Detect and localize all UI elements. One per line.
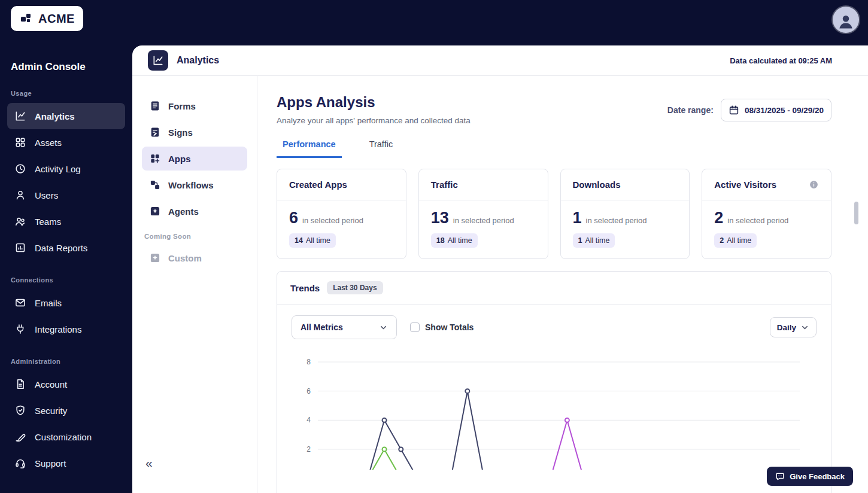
navy-line-point	[465, 389, 469, 393]
purple-line	[318, 420, 800, 470]
sidebar-item-teams[interactable]: Teams	[7, 208, 125, 235]
sidebar-item-label: Teams	[35, 217, 61, 227]
user-icon	[14, 189, 26, 201]
trends-card: Trends Last 30 Days All Metrics Show Tot…	[277, 271, 831, 493]
scrollbar-thumb[interactable]	[854, 202, 858, 224]
svg-text:4: 4	[306, 416, 311, 424]
module-title: Analytics	[177, 55, 219, 66]
sidebar: Admin Console UsageAnalyticsAssetsActivi…	[0, 45, 132, 493]
stat-value: 6	[289, 210, 298, 226]
subnav-item-apps[interactable]: Apps	[142, 147, 247, 171]
stat-card-header: Active Visitors	[702, 169, 831, 200]
data-calculated-status: Data calculated at 09:25 AM	[730, 56, 832, 65]
stat-period-label: in selected period	[302, 216, 363, 225]
sidebar-item-activity-log[interactable]: Activity Log	[7, 156, 125, 182]
svg-text:6: 6	[306, 387, 311, 395]
tab-traffic[interactable]: Traffic	[363, 139, 399, 158]
all-time-badge: 18All time	[431, 233, 478, 248]
sidebar-item-label: Activity Log	[35, 164, 81, 174]
sidebar-item-label: Customization	[35, 432, 92, 442]
signs-icon	[149, 126, 161, 138]
sidebar-section-label: Usage	[11, 90, 122, 97]
green-line	[318, 449, 800, 470]
all-time-badge: 14All time	[289, 233, 336, 248]
interval-select[interactable]: Daily	[770, 317, 817, 337]
show-totals-toggle[interactable]: Show Totals	[410, 322, 474, 332]
sidebar-section-label: Connections	[11, 276, 122, 284]
sidebar-item-label: Analytics	[35, 111, 75, 121]
svg-text:8: 8	[306, 358, 311, 366]
show-totals-label: Show Totals	[425, 322, 474, 332]
collapse-subnav-button[interactable]: «	[145, 457, 153, 469]
subnav-item-workflows[interactable]: Workflows	[142, 173, 247, 197]
main-body: FormsSignsAppsWorkflowsAgents Coming Soo…	[132, 76, 868, 493]
subnav-item-agents[interactable]: Agents	[142, 199, 247, 223]
acme-logo-mark-icon	[19, 11, 34, 26]
page-head: Apps Analysis Analyze your all apps' per…	[277, 94, 831, 125]
subnav-item-signs[interactable]: Signs	[142, 120, 247, 144]
date-range-picker[interactable]: 08/31/2025 - 09/29/20	[721, 99, 831, 121]
assets-grid-icon	[14, 136, 26, 148]
subnav-items: FormsSignsAppsWorkflowsAgents	[142, 94, 247, 223]
workflows-icon	[149, 179, 161, 191]
sidebar-item-integrations[interactable]: Integrations	[7, 316, 125, 342]
sidebar-item-label: Emails	[35, 298, 62, 308]
sidebar-section-label: Administration	[11, 358, 122, 365]
stat-card-title: Active Visitors	[714, 179, 776, 190]
stat-card-downloads: Downloads1in selected period1All time	[560, 169, 690, 259]
stat-card-traffic: Traffic13in selected period18All time	[418, 169, 548, 259]
stat-card-header: Created Apps	[277, 169, 406, 200]
subnav-coming-soon-items: Custom	[142, 246, 247, 270]
agents-icon	[149, 205, 161, 217]
sidebar-item-support[interactable]: Support	[7, 450, 125, 476]
stat-card-title: Created Apps	[289, 179, 347, 190]
metrics-select[interactable]: All Metrics	[292, 315, 397, 339]
metrics-select-value: All Metrics	[301, 322, 343, 332]
stat-value: 1	[573, 210, 582, 226]
sidebar-item-label: Data Reports	[35, 243, 87, 253]
sidebar-item-users[interactable]: Users	[7, 182, 125, 208]
tab-performance[interactable]: Performance	[277, 139, 342, 158]
subnav-item-label: Forms	[168, 101, 196, 111]
sidebar-item-emails[interactable]: Emails	[7, 290, 125, 316]
plug-icon	[14, 323, 26, 335]
analytics-subnav: FormsSignsAppsWorkflowsAgents Coming Soo…	[132, 76, 257, 493]
sidebar-item-data-reports[interactable]: Data Reports	[7, 235, 125, 261]
analytics-module-icon	[148, 50, 168, 71]
give-feedback-button[interactable]: Give Feedback	[767, 467, 853, 486]
navy-line-point	[399, 447, 403, 451]
sidebar-item-customization[interactable]: Customization	[7, 424, 125, 450]
date-range-value: 08/31/2025 - 09/29/20	[745, 106, 824, 115]
all-time-value: 14	[295, 236, 303, 245]
all-time-label: All time	[448, 236, 472, 245]
teams-icon	[14, 215, 26, 227]
date-range: Date range: 08/31/2025 - 09/29/20	[667, 99, 831, 121]
apps-grid-icon	[149, 153, 161, 165]
sidebar-item-security[interactable]: Security	[7, 397, 125, 424]
sidebar-sections: UsageAnalyticsAssetsActivity LogUsersTea…	[7, 90, 125, 476]
sidebar-item-analytics[interactable]: Analytics	[7, 103, 125, 129]
sidebar-item-assets[interactable]: Assets	[7, 129, 125, 156]
sidebar-item-account[interactable]: Account	[7, 371, 125, 397]
all-time-label: All time	[585, 236, 609, 245]
all-time-value: 1	[578, 236, 582, 245]
info-icon[interactable]	[809, 179, 819, 190]
svg-text:2: 2	[306, 445, 311, 454]
green-line-point	[383, 447, 387, 451]
all-time-badge: 2All time	[714, 233, 757, 248]
sidebar-item-label: Security	[35, 406, 67, 416]
stat-value: 2	[714, 210, 723, 226]
acme-logo[interactable]: ACME	[11, 6, 83, 31]
stat-period-label: in selected period	[586, 216, 647, 225]
stat-card-created-apps: Created Apps6in selected period14All tim…	[277, 169, 406, 259]
navy-line-point	[383, 418, 387, 422]
trends-header: Trends Last 30 Days	[277, 272, 831, 305]
sidebar-item-label: Assets	[35, 138, 62, 148]
trends-period-badge: Last 30 Days	[327, 281, 383, 294]
all-time-label: All time	[306, 236, 330, 245]
user-avatar[interactable]	[833, 7, 859, 33]
subnav-item-forms[interactable]: Forms	[142, 94, 247, 118]
custom-sparkle-icon	[149, 252, 161, 264]
show-totals-checkbox[interactable]	[410, 322, 420, 332]
acme-logo-text: ACME	[38, 12, 75, 26]
